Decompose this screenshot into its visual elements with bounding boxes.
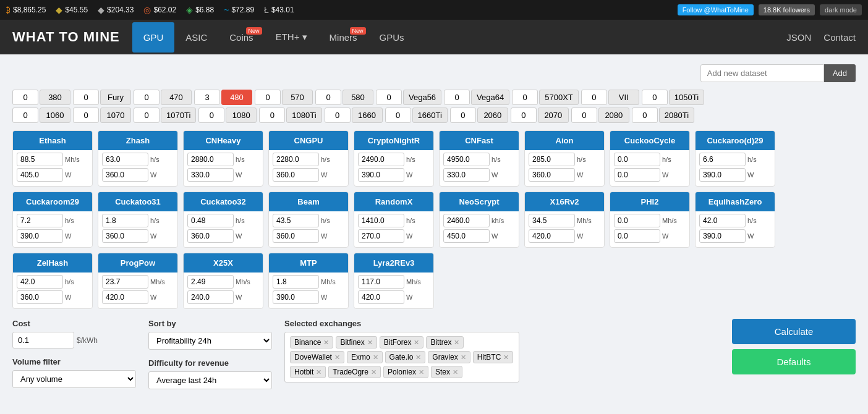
gpu-count-input[interactable] [73,90,99,105]
algo-hashrate-input[interactable] [529,153,575,166]
algo-hashrate-input[interactable] [17,275,63,289]
dark-mode-button[interactable]: dark mode [820,4,862,15]
algo-header[interactable]: ProgPow [98,253,177,272]
gpu-count-input[interactable] [632,108,658,123]
algo-power-input[interactable] [358,168,404,182]
gpu-count-input[interactable] [511,108,537,123]
gpu-count-input[interactable] [73,108,99,123]
algo-power-input[interactable] [17,168,63,182]
algo-power-input[interactable] [17,229,63,243]
algo-header[interactable]: X16Rv2 [525,192,604,211]
nav-gpus[interactable]: GPUs [368,22,415,53]
algo-hashrate-input[interactable] [273,153,319,166]
exchange-remove-button[interactable]: ✕ [419,368,424,376]
algo-power-input[interactable] [699,229,746,243]
nav-eth-plus[interactable]: ETH+ ▾ [265,22,318,53]
gpu-count-input[interactable] [12,90,38,105]
gpu-count-input[interactable] [194,90,220,105]
gpu-count-input[interactable] [325,108,351,123]
cost-input[interactable] [12,332,74,349]
nav-coins[interactable]: Coins New [218,22,264,53]
algo-hashrate-input[interactable] [187,275,234,289]
algo-hashrate-input[interactable] [614,214,660,227]
gpu-count-input[interactable] [198,108,224,123]
gpu-count-input[interactable] [376,90,402,105]
algo-hashrate-input[interactable] [443,153,490,166]
defaults-button[interactable]: Defaults [732,349,856,374]
algo-power-input[interactable] [102,229,148,243]
algo-hashrate-input[interactable] [443,214,490,227]
algo-header[interactable]: Cuckaroom29 [13,192,92,211]
exchange-remove-button[interactable]: ✕ [415,353,421,361]
gpu-count-input[interactable] [581,90,607,105]
algo-hashrate-input[interactable] [102,214,148,227]
algo-header[interactable]: Lyra2REv3 [354,253,433,272]
algo-header[interactable]: Cuckatoo31 [98,192,177,211]
difficulty-select[interactable]: Average last 24h Current difficulty [148,371,272,389]
nav-contact[interactable]: Contact [823,32,856,43]
algo-power-input[interactable] [443,168,490,182]
exchange-remove-button[interactable]: ✕ [316,368,321,376]
algo-power-input[interactable] [187,290,234,304]
gpu-count-input[interactable] [450,108,476,123]
algo-power-input[interactable] [443,229,490,243]
algo-header[interactable]: NeoScrypt [440,192,519,211]
gpu-count-input[interactable] [642,90,668,105]
algo-header[interactable]: Zhash [98,131,177,150]
exchange-remove-button[interactable]: ✕ [503,353,509,361]
volume-select[interactable]: Any volume [12,370,136,388]
algo-header[interactable]: MTP [269,253,348,272]
algo-header[interactable]: Ethash [13,131,92,150]
algo-hashrate-input[interactable] [187,214,234,227]
algo-header[interactable]: RandomX [354,192,433,211]
algo-power-input[interactable] [187,168,234,182]
algo-hashrate-input[interactable] [17,153,63,166]
algo-header[interactable]: CuckooCycle [610,131,689,150]
algo-hashrate-input[interactable] [102,275,148,289]
algo-power-input[interactable] [17,290,63,304]
gpu-count-input[interactable] [134,90,160,105]
exchange-remove-button[interactable]: ✕ [334,353,340,361]
algo-hashrate-input[interactable] [529,214,575,227]
algo-power-input[interactable] [529,168,575,182]
algo-power-input[interactable] [614,229,660,243]
nav-miners[interactable]: Miners New [318,22,368,53]
nav-asic[interactable]: ASIC [174,22,218,53]
gpu-count-input[interactable] [512,90,538,105]
algo-hashrate-input[interactable] [358,153,404,166]
algo-power-input[interactable] [699,168,746,182]
algo-power-input[interactable] [273,229,319,243]
algo-power-input[interactable] [358,229,404,243]
algo-power-input[interactable] [273,168,319,182]
nav-gpu[interactable]: GPU [132,22,175,53]
algo-power-input[interactable] [102,168,148,182]
algo-header[interactable]: CNHeavy [184,131,263,150]
exchange-remove-button[interactable]: ✕ [414,339,419,347]
gpu-count-input[interactable] [571,108,597,123]
algo-hashrate-input[interactable] [273,214,319,227]
algo-header[interactable]: PHI2 [610,192,689,211]
exchange-remove-button[interactable]: ✕ [461,353,466,361]
exchange-remove-button[interactable]: ✕ [371,368,377,376]
algo-header[interactable]: X25X [184,253,263,272]
algo-hashrate-input[interactable] [699,214,746,227]
algo-power-input[interactable] [102,290,148,304]
algo-power-input[interactable] [358,290,404,304]
algo-header[interactable]: CNFast [440,131,519,150]
calculate-button[interactable]: Calculate [732,319,856,344]
algo-hashrate-input[interactable] [358,214,404,227]
algo-hashrate-input[interactable] [614,153,660,166]
algo-header[interactable]: CNGPU [269,131,348,150]
algo-power-input[interactable] [614,168,660,182]
follow-button[interactable]: Follow @WhatToMine [678,4,754,15]
algo-power-input[interactable] [187,229,234,243]
gpu-count-input[interactable] [385,108,411,123]
sort-select[interactable]: Profitability 24h Profitability 3 days P… [148,332,272,350]
algo-header[interactable]: Aion [525,131,604,150]
exchange-remove-button[interactable]: ✕ [453,368,458,376]
algo-header[interactable]: Beam [269,192,348,211]
nav-json[interactable]: JSON [786,32,811,43]
exchange-remove-button[interactable]: ✕ [367,339,373,347]
algo-power-input[interactable] [273,290,319,304]
algo-header[interactable]: CryptoNightR [354,131,433,150]
